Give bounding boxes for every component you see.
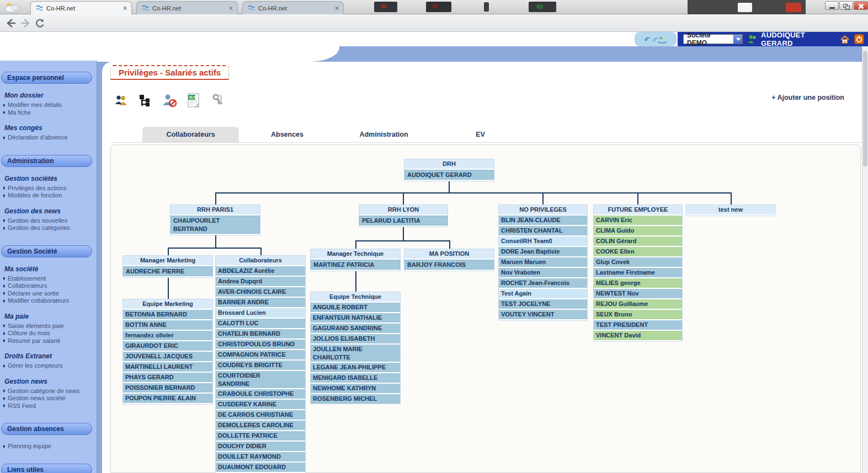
org-person[interactable]: DOUCHY DIDIER — [216, 442, 305, 451]
org-person[interactable]: Test Again — [499, 289, 587, 298]
org-person[interactable]: BARNIER ANDRE — [216, 298, 305, 307]
org-person[interactable]: CHAUPOURLET BERTRAND — [171, 216, 260, 234]
org-person[interactable]: DOLLETTE PATRICE — [216, 431, 305, 440]
excel-export-icon[interactable]: XLS — [186, 93, 201, 108]
org-person[interactable]: PELARUD LAETITIA — [359, 216, 448, 225]
org-person[interactable]: VOUTEY VINCENT — [499, 310, 587, 319]
org-person[interactable]: BETONNA BERNARD — [123, 310, 212, 319]
org-person[interactable]: DEMOLLERES CAROLINE — [216, 421, 305, 430]
org-person[interactable]: MELIES george — [594, 278, 682, 288]
org-person[interactable]: CUSDEREY KARINE — [216, 400, 305, 409]
org-person[interactable]: COOKE Ellen — [594, 247, 682, 256]
sidebar-section-administration[interactable]: Administration — [1, 155, 92, 167]
tab-absences[interactable]: Absences — [239, 127, 336, 142]
org-person[interactable]: CHATELIN BERNARD — [216, 329, 305, 338]
org-person[interactable]: TEST PRESIDENT — [594, 320, 682, 330]
org-person[interactable]: REJOU Guillaume — [594, 299, 682, 309]
sidebar-item-privil-ges-des-actions[interactable]: Privilèges des actions — [3, 185, 97, 192]
org-person[interactable]: ConseilRH Team0 — [499, 237, 587, 246]
company-select[interactable]: Société DEMO — [683, 34, 743, 44]
sidebar-item-saisie-lements-paie[interactable]: Saisie élements paie — [3, 322, 97, 330]
org-person[interactable]: POISSONIER BERNARD — [123, 383, 212, 393]
org-person[interactable]: DOUILLET RAYMOND — [216, 452, 305, 461]
org-person[interactable]: CARVIN Eric — [594, 216, 682, 225]
org-person[interactable]: GIRAURDOT ERIC — [123, 341, 212, 351]
org-person[interactable]: PHAYS GERARD — [123, 373, 212, 382]
sidebar-item-modifier-collaborateurs[interactable]: Modifier collaborateurs — [3, 297, 97, 305]
org-person[interactable]: SEUX Bruno — [594, 310, 682, 319]
tab-close-icon[interactable]: × — [335, 4, 339, 12]
home-icon[interactable] — [840, 35, 849, 44]
sidebar-item-gestion-des-cat-gories[interactable]: Gestion des catégories — [3, 224, 97, 232]
org-person[interactable]: DUAUMONT EDOUARD — [216, 463, 305, 472]
sidebar-item-gestion-des-nouvelles[interactable]: Gestion des nouvelles — [3, 217, 97, 225]
sidebar-item-d-clarer-une-sortie[interactable]: Déclarer une sortie — [3, 290, 97, 298]
org-person[interactable]: BOTTIN ANNE — [123, 320, 212, 330]
users-icon[interactable] — [113, 93, 129, 108]
sidebar-item-gestion-news-soci-t[interactable]: Gestion news société — [3, 395, 97, 402]
org-person[interactable]: LEGANE JEAN-PHILIPPE — [311, 363, 400, 372]
tab-close-icon[interactable]: × — [123, 4, 127, 12]
user-block-icon[interactable] — [162, 93, 177, 108]
sidebar-item-modifier-mes-d-tails[interactable]: Modifier mes détails — [3, 101, 97, 109]
org-person[interactable]: CLIMA Guido — [594, 226, 682, 235]
org-person[interactable]: AVER-CHINOIS CLAIRE — [216, 287, 305, 297]
org-person[interactable]: Maruen Maruen — [499, 257, 587, 267]
sidebar-item-d-claration-d-absence[interactable]: Déclaration d'absence — [3, 134, 97, 142]
org-person[interactable]: Lastname Firstname — [594, 268, 682, 277]
org-person[interactable]: DE CARROS CHRISTIANE — [216, 410, 305, 420]
sidebar-item-mod-les-de-fonction[interactable]: Modèles de fonction — [3, 192, 97, 200]
reload-icon[interactable] — [35, 18, 45, 28]
scrollbar-thumb[interactable] — [863, 51, 867, 166]
org-person[interactable]: Glup Covek — [594, 257, 682, 267]
org-person[interactable]: MENIGARD ISABELLE — [311, 373, 400, 383]
logout-icon[interactable] — [854, 34, 864, 44]
org-person[interactable]: NEWTEST Nov — [594, 289, 682, 298]
browser-tab[interactable]: Co-HR.net× — [136, 1, 238, 14]
tab-close-icon[interactable]: × — [229, 4, 233, 12]
org-person[interactable]: JOUVENELL JACQUES — [123, 352, 212, 361]
keys-icon[interactable] — [210, 93, 226, 108]
org-person[interactable]: Nov Vraboten — [499, 268, 587, 277]
sidebar-item-g-rer-les-compteurs[interactable]: Gérer les compteurs — [3, 362, 97, 370]
org-person[interactable]: VINCENT David — [594, 331, 682, 340]
tab-ev[interactable]: EV — [432, 127, 529, 142]
org-person[interactable]: COLIN Gérard — [594, 237, 682, 246]
org-person[interactable]: COURTOIDIER SANDRINE — [216, 371, 305, 388]
forward-icon[interactable] — [20, 18, 31, 28]
org-person[interactable]: CHRISTOPOULOS BRUNO — [216, 340, 305, 349]
org-person[interactable]: BARJOY FRANCOIS — [404, 260, 494, 270]
org-person[interactable]: fernandez olivier — [123, 331, 212, 340]
restore-button[interactable] — [839, 1, 853, 10]
sidebar-section-gestion-absences[interactable]: Gestion absences — [1, 423, 92, 435]
sidebar-item-planning-quipe[interactable]: Planning équipe — [3, 443, 97, 450]
add-position-link[interactable]: + Ajouter une position — [771, 94, 844, 101]
sidebar-item-etablissement[interactable]: Etablissement — [3, 275, 97, 283]
org-person[interactable]: AUDOIQUET GERARD — [404, 170, 494, 180]
browser-tab[interactable]: Co-HR.net× — [30, 1, 132, 14]
org-person[interactable]: CALOTTI LUC — [216, 319, 305, 328]
sidebar-item-rss-feed[interactable]: RSS Feed — [3, 402, 97, 410]
org-person[interactable]: JOULLEN MARIE CHARLOTTE — [311, 345, 400, 362]
org-person[interactable]: Brossard Lucien — [216, 308, 305, 318]
org-person[interactable]: ROSENBERG MICHEL — [311, 394, 400, 404]
org-person[interactable]: MARTINELLI LAURENT — [123, 362, 212, 372]
org-person[interactable]: GAGURAND SANDRINE — [311, 324, 400, 333]
sidebar-section-espace-personnel[interactable]: Espace personnel — [1, 72, 92, 84]
sidebar-item-cl-ture-du-mois[interactable]: Clôture du mois — [3, 330, 97, 337]
org-person[interactable]: ENFANTEUR NATHALIE — [311, 313, 400, 322]
org-person[interactable]: ANGUILE ROBERT — [311, 303, 400, 312]
org-person[interactable]: POUPON PIERRE ALAIN — [123, 394, 212, 403]
minimize-button[interactable] — [825, 1, 839, 10]
org-person[interactable]: CRABOULE CHRISTOPHE — [216, 389, 305, 399]
hierarchy-icon[interactable] — [137, 93, 153, 108]
tab-collaborateurs[interactable]: Collaborateurs — [142, 127, 239, 142]
chevron-down-icon[interactable] — [733, 35, 742, 44]
tab-administration[interactable]: Administration — [336, 127, 432, 142]
org-person[interactable]: TEST JOCELYNE — [499, 299, 587, 309]
org-person[interactable]: JOLLIOS ELISABETH — [311, 334, 400, 343]
org-person[interactable]: Andrea Dupqrd — [216, 277, 305, 286]
sidebar-item-ma-fiche[interactable]: Ma fiche — [3, 109, 97, 117]
sidebar-item-gestion-cat-gorie-de-news[interactable]: Gestion catégorie de news — [3, 388, 97, 395]
sidebar-item-collaborateurs[interactable]: Collaborateurs — [3, 282, 97, 290]
